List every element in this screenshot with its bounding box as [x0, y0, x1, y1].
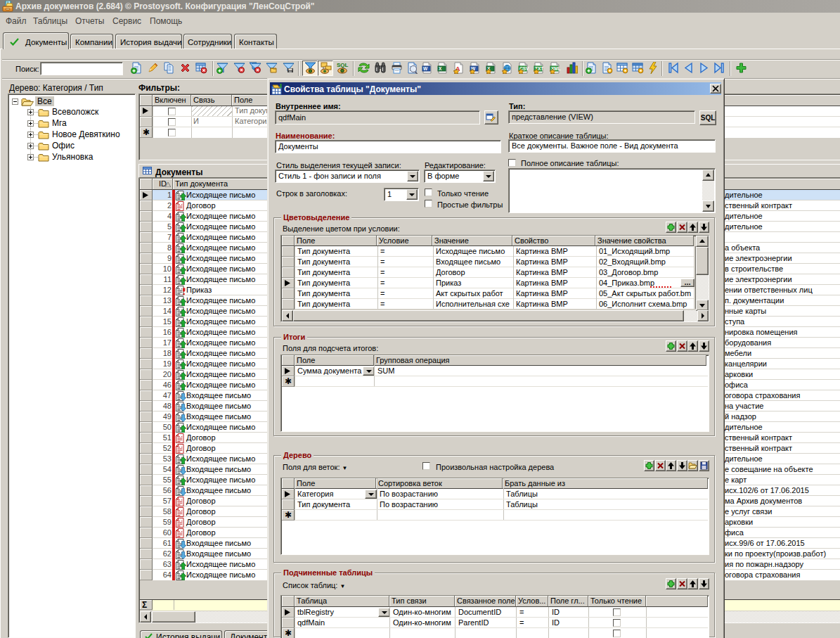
- svg-text:SQL: SQL: [337, 62, 349, 68]
- svg-text:W: W: [423, 66, 428, 71]
- svg-text:X: X: [439, 66, 442, 71]
